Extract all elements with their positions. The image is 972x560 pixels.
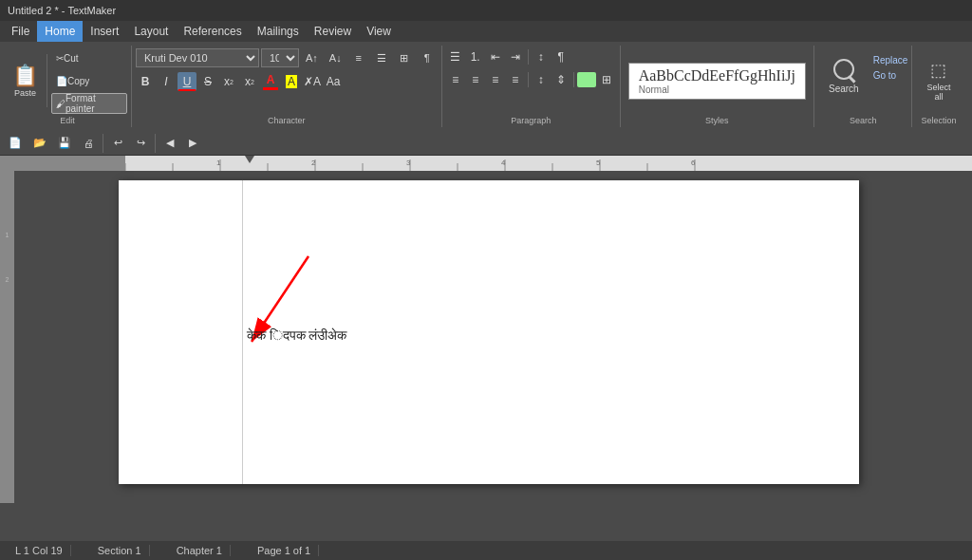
- menu-layout[interactable]: Layout: [126, 21, 176, 42]
- menu-mailings[interactable]: Mailings: [250, 21, 307, 42]
- nav-prev-button[interactable]: ◀: [159, 133, 180, 154]
- sort-button[interactable]: ↕: [532, 47, 551, 66]
- change-case-button[interactable]: Aa: [324, 72, 343, 91]
- character-group-label: Character: [136, 114, 438, 125]
- goto-link[interactable]: Go to: [873, 70, 908, 81]
- document-area: 1 2 केक िदपक: [0, 171, 972, 503]
- strikethrough-button[interactable]: S: [198, 72, 217, 91]
- select-icon: ⬚: [930, 60, 946, 81]
- status-chapter: Chapter 1: [169, 545, 231, 556]
- arrow-annotation: [195, 237, 346, 364]
- subscript-button[interactable]: x2: [240, 72, 259, 91]
- paragraph-group-top: ☰ 1. ⇤ ⇥ ↕ ¶ ≡ ≡ ≡ ≡ ↕ ⇕: [446, 47, 616, 114]
- border-button[interactable]: ⊞: [597, 70, 616, 89]
- status-section: Section 1: [90, 545, 150, 556]
- redo-button[interactable]: ↪: [130, 133, 151, 154]
- line-spacing-button[interactable]: ↕: [532, 70, 551, 89]
- align-left-button[interactable]: ≡: [446, 70, 465, 89]
- select-all-button[interactable]: ⬚ Select all: [916, 52, 961, 109]
- goto-label: Go to: [873, 70, 896, 81]
- copy-button[interactable]: 📄 Copy: [51, 70, 127, 91]
- superscript-button[interactable]: x2: [219, 72, 238, 91]
- search-label: Search: [829, 84, 859, 94]
- bullets-button[interactable]: ☰: [446, 47, 465, 66]
- justify-button[interactable]: ≡: [506, 70, 525, 89]
- edit-group: 📋 Paste ✂ Cut 📄 Copy 🖌 Format painter: [4, 46, 132, 127]
- svg-text:3: 3: [406, 159, 411, 167]
- character-group-top: Kruti Dev 010 10 A↑ A↓ ≡ ☰ ⊞ ¶ B I U: [136, 47, 438, 114]
- font-shrink-button[interactable]: A↓: [325, 47, 346, 68]
- ribbon: 📋 Paste ✂ Cut 📄 Copy 🖌 Format painter: [0, 42, 972, 131]
- numbering-button[interactable]: 1.: [466, 47, 485, 66]
- paste-button[interactable]: 📋 Paste: [8, 54, 43, 107]
- open-button[interactable]: 📂: [28, 133, 51, 154]
- menu-bar: File Home Insert Layout References Maili…: [0, 21, 972, 42]
- font-name-select[interactable]: Kruti Dev 010: [136, 48, 259, 67]
- para-mark-button[interactable]: ¶: [551, 47, 570, 66]
- bold-button[interactable]: B: [136, 72, 155, 91]
- ruler-left: [0, 156, 125, 171]
- v-ruler-tick2: 2: [6, 276, 9, 283]
- para-spacing-button[interactable]: ⇕: [551, 70, 570, 89]
- svg-text:6: 6: [691, 159, 696, 167]
- select-all-label: Select all: [926, 83, 950, 102]
- styles-group: AaBbCcDdEeFfGgHhIiJj Normal Styles: [621, 46, 814, 127]
- replace-link[interactable]: Replace: [873, 55, 908, 65]
- font-size-select[interactable]: 10: [261, 48, 299, 67]
- clear-format-button[interactable]: ✗A: [303, 72, 322, 91]
- search-button[interactable]: Search: [818, 47, 869, 104]
- list2-button[interactable]: ☰: [371, 47, 392, 68]
- align-right-button[interactable]: ≡: [486, 70, 505, 89]
- ruler-ticks: 1 2 3 4 5 6: [125, 156, 972, 171]
- document-text[interactable]: केक िदपक लंउीअेक: [247, 327, 347, 344]
- status-bar: L 1 Col 19 Section 1 Chapter 1 Page 1 of…: [0, 541, 972, 560]
- search-group-label: Search: [818, 114, 907, 125]
- menu-review[interactable]: Review: [307, 21, 359, 42]
- title-text: Untitled 2 * - TextMaker: [8, 5, 116, 16]
- selection-group: ⬚ Select all Selection: [912, 46, 964, 127]
- doc-scroll[interactable]: केक िदपक लंउीअेक: [14, 171, 972, 503]
- selection-group-top: ⬚ Select all: [916, 47, 961, 114]
- font-grow-button[interactable]: A↑: [301, 47, 323, 68]
- show-all-button[interactable]: ¶: [417, 47, 438, 68]
- character-group: Kruti Dev 010 10 A↑ A↓ ≡ ☰ ⊞ ¶ B I U: [132, 46, 442, 127]
- undo-button[interactable]: ↩: [107, 133, 128, 154]
- new-doc-button[interactable]: 📄: [4, 133, 27, 154]
- ruler: 1 2 3 4 5 6: [0, 156, 972, 171]
- menu-file[interactable]: File: [4, 21, 37, 42]
- nav-next-button[interactable]: ▶: [182, 133, 203, 154]
- menu-home[interactable]: Home: [37, 21, 83, 42]
- svg-text:4: 4: [501, 159, 506, 167]
- list3-button[interactable]: ⊞: [394, 47, 415, 68]
- vertical-ruler: 1 2: [0, 171, 14, 503]
- save-button[interactable]: 💾: [53, 133, 76, 154]
- styles-group-label: Styles: [625, 114, 810, 125]
- ribbon-main: 📋 Paste ✂ Cut 📄 Copy 🖌 Format painter: [0, 42, 972, 127]
- align-center-button[interactable]: ≡: [466, 70, 485, 89]
- status-page: Page 1 of 1: [250, 545, 319, 556]
- decrease-indent-button[interactable]: ⇤: [486, 47, 505, 66]
- v-ruler-tick: 1: [6, 232, 9, 238]
- search-group-top: Search Replace Go to: [818, 47, 907, 114]
- menu-view[interactable]: View: [359, 21, 399, 42]
- increase-indent-button[interactable]: ⇥: [506, 47, 525, 66]
- menu-insert[interactable]: Insert: [83, 21, 126, 42]
- title-bar: Untitled 2 * - TextMaker: [0, 0, 972, 21]
- cut-button[interactable]: ✂ Cut: [51, 47, 127, 68]
- italic-button[interactable]: I: [157, 72, 176, 91]
- format-painter-button[interactable]: 🖌 Format painter: [51, 93, 127, 114]
- shading-button[interactable]: [577, 72, 596, 87]
- page[interactable]: केक िदपक लंउीअेक: [119, 180, 859, 484]
- search-group: Search Replace Go to Search: [814, 46, 912, 127]
- status-line-col: L 1 Col 19: [8, 545, 71, 556]
- menu-references[interactable]: References: [176, 21, 249, 42]
- quick-access-toolbar: 📄 📂 💾 🖨 ↩ ↪ ◀ ▶: [0, 131, 972, 156]
- font-color-button[interactable]: A: [261, 72, 280, 91]
- selection-group-label: Selection: [916, 114, 961, 125]
- styles-preview-box[interactable]: AaBbCcDdEeFfGgHhIiJj Normal: [628, 63, 806, 100]
- list-button[interactable]: ≡: [348, 47, 369, 68]
- highlight-button[interactable]: A: [282, 72, 301, 91]
- underline-button[interactable]: U: [178, 72, 196, 91]
- svg-text:2: 2: [311, 159, 316, 167]
- print-button[interactable]: 🖨: [78, 133, 99, 154]
